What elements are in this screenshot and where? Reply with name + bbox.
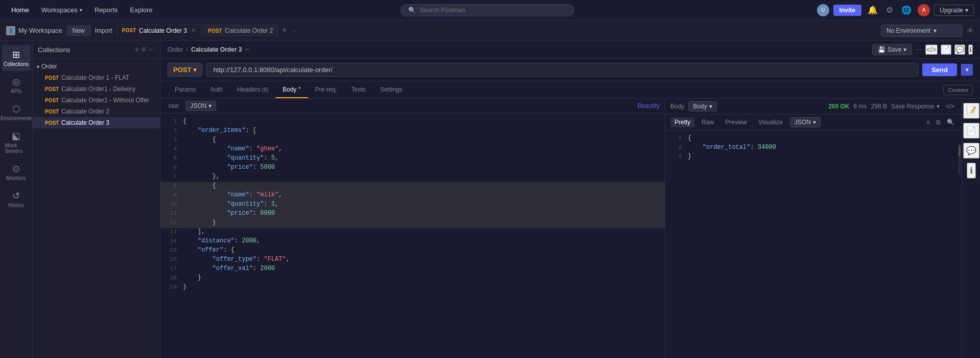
body-dot: ● xyxy=(298,85,301,90)
environment-dropdown[interactable]: No Environment ▾ xyxy=(881,25,963,37)
workspace-name[interactable]: 👤 My Workspace xyxy=(6,26,62,35)
add-collection-button[interactable]: + xyxy=(134,45,139,54)
workspace-right-actions: No Environment ▾ 👁 xyxy=(881,25,974,37)
body-type-raw[interactable]: raw xyxy=(166,101,181,110)
nav-explore[interactable]: Explore xyxy=(125,4,158,16)
save-response-button[interactable]: Save Response ▾ xyxy=(891,103,940,110)
request-body-editor[interactable]: 1{ 2 "order_items": [ 3 { 4 "name": "ghe… xyxy=(160,114,665,358)
main-area: ⊞ Collections ◎ APIs ⬡ Environments ⬕ Mo… xyxy=(0,41,980,358)
response-body: 1{ 2 "order_total": 34000 3} xyxy=(665,130,962,358)
tab-calculate-order-2[interactable]: POST Calculate Order 2 xyxy=(202,25,278,36)
user-avatar: U xyxy=(817,4,829,16)
save-resp-chevron-icon: ▾ xyxy=(937,103,940,110)
response-label: Body xyxy=(670,103,684,110)
new-button[interactable]: New xyxy=(66,25,91,36)
sidebar-item-mock-servers[interactable]: ⬕ Mock Servers xyxy=(2,126,31,158)
nav-workspaces[interactable]: Workspaces ▾ xyxy=(36,4,87,16)
request-tabs-row: Params Auth Headers (8) Body ● Pre-req. … xyxy=(160,81,980,99)
resp-format-chevron-icon: ▾ xyxy=(709,103,712,110)
url-input[interactable] xyxy=(206,63,918,77)
right-sidebar-icon-3[interactable]: 💬 xyxy=(963,143,979,159)
sidebar-item-environments[interactable]: ⬡ Environments xyxy=(2,99,31,125)
tree-item-calc-order-1-flat[interactable]: POST Calculate Order 1 - FLAT xyxy=(33,72,160,83)
tab-pre-req[interactable]: Pre-req. xyxy=(308,82,344,98)
resp-tab-visualize[interactable]: Visualize xyxy=(754,117,787,127)
code-line: 6 "price": 5000 xyxy=(160,164,665,173)
code-line: 8 { xyxy=(160,182,665,191)
resp-copy-icon[interactable]: ⧉ xyxy=(934,117,943,128)
save-icon: 💾 xyxy=(878,46,885,53)
method-selector[interactable]: POST ▾ xyxy=(168,63,202,77)
resp-filter-icon[interactable]: ≡ xyxy=(924,117,932,128)
code-line: 5 "quantity": 5, xyxy=(160,154,665,164)
collections-icon: ⊞ xyxy=(12,49,20,60)
response-status: 200 OK 6 ms 298 B Save Response ▾ </> xyxy=(828,101,956,112)
tab-tests[interactable]: Tests xyxy=(344,82,373,98)
response-format-selector[interactable]: Body ▾ xyxy=(688,101,716,111)
env-eye-icon[interactable]: 👁 xyxy=(967,27,974,35)
format-chevron-icon: ▾ xyxy=(208,102,212,109)
sidebar-item-history[interactable]: ↺ History xyxy=(2,186,31,212)
upgrade-button[interactable]: Upgrade ▾ xyxy=(934,5,974,16)
resp-code-line: 1{ xyxy=(665,135,962,144)
settings-icon[interactable]: ⚙ xyxy=(884,3,895,17)
collections-options-icon[interactable]: ··· xyxy=(148,45,155,54)
apis-icon: ◎ xyxy=(12,76,20,87)
code-editor-icon[interactable]: </> xyxy=(925,44,938,55)
sidebar-item-collections[interactable]: ⊞ Collections xyxy=(2,45,31,71)
tab-settings[interactable]: Settings xyxy=(373,82,409,98)
document-icon[interactable]: 📄 xyxy=(941,44,951,55)
cookie-icon[interactable]: 🌐 xyxy=(899,3,914,17)
info-icon[interactable]: ℹ xyxy=(968,44,973,55)
right-sidebar-icon-4[interactable]: ℹ xyxy=(967,163,976,178)
tab-close-icon[interactable]: ✕ xyxy=(191,27,196,34)
right-sidebar-icon-1[interactable]: 📝 xyxy=(963,103,979,119)
tab-auth[interactable]: Auth xyxy=(203,82,230,98)
save-dropdown-icon: ▾ xyxy=(903,46,906,53)
resp-json-selector[interactable]: JSON ▾ xyxy=(790,117,821,127)
tree-item-calc-order1-delivery[interactable]: POST Calculate Order1 - Delivery xyxy=(33,83,160,95)
code-line: 11 "price": 6000 xyxy=(160,210,665,219)
more-options-icon[interactable]: ··· xyxy=(915,45,922,54)
code-line: 4 "name": "ghee", xyxy=(160,145,665,154)
sidebar-item-apis[interactable]: ◎ APIs xyxy=(2,72,31,98)
format-selector[interactable]: JSON ▾ xyxy=(185,101,216,111)
cookies-button[interactable]: Cookies xyxy=(943,85,973,95)
code-line: 19} xyxy=(160,283,665,293)
scrollbar-thumb xyxy=(959,146,961,156)
bell-icon[interactable]: 🔔 xyxy=(866,3,880,17)
right-sidebar-icon-2[interactable]: 📄 xyxy=(963,123,979,139)
send-dropdown-icon[interactable]: ▾ xyxy=(961,64,973,76)
resp-search-icon[interactable]: 🔍 xyxy=(945,117,956,128)
tree-item-calc-order1-without-offer[interactable]: POST Calculate Order1 - Without Offer xyxy=(33,95,160,106)
more-tabs-icon[interactable]: ··· xyxy=(290,27,299,34)
collections-more-icon[interactable]: ≡ xyxy=(141,45,146,54)
tab-params[interactable]: Params xyxy=(168,82,203,98)
resp-tab-preview[interactable]: Preview xyxy=(721,117,751,127)
code-line: 1{ xyxy=(160,118,665,127)
save-button[interactable]: 💾 Save ▾ xyxy=(872,44,912,55)
tab-body[interactable]: Body ● xyxy=(275,81,308,98)
tab-calculate-order-3[interactable]: POST Calculate Order 3 ✕ xyxy=(116,25,201,37)
code-line: 15 "offer": { xyxy=(160,247,665,256)
breadcrumb-edit-icon[interactable]: ✏ xyxy=(245,46,250,53)
search-input[interactable] xyxy=(420,7,567,14)
code-view-icon[interactable]: </> xyxy=(944,101,956,112)
add-tab-icon[interactable]: + xyxy=(279,25,289,36)
response-actions: ≡ ⧉ 🔍 xyxy=(924,117,956,128)
nav-home[interactable]: Home xyxy=(6,4,34,16)
tree-group-order[interactable]: ▾ Order xyxy=(33,61,160,72)
send-button[interactable]: Send xyxy=(922,63,957,76)
tab-headers[interactable]: Headers (8) xyxy=(230,82,275,98)
resp-tab-pretty[interactable]: Pretty xyxy=(670,117,694,127)
nav-reports[interactable]: Reports xyxy=(89,4,123,16)
import-button[interactable]: Import xyxy=(95,27,112,34)
code-line: 16 "offer_type": "FLAT", xyxy=(160,256,665,265)
resp-tab-raw[interactable]: Raw xyxy=(697,117,718,127)
comment-icon[interactable]: 💬 xyxy=(954,44,965,55)
sidebar-item-monitors[interactable]: ⊙ Monitors xyxy=(2,159,31,185)
beautify-button[interactable]: Beautify xyxy=(638,102,660,109)
tree-item-calc-order-3[interactable]: POST Calculate Order 3 xyxy=(33,117,160,128)
tree-item-calc-order-2[interactable]: POST Calculate Order 2 xyxy=(33,106,160,117)
invite-button[interactable]: Invite xyxy=(833,5,861,16)
